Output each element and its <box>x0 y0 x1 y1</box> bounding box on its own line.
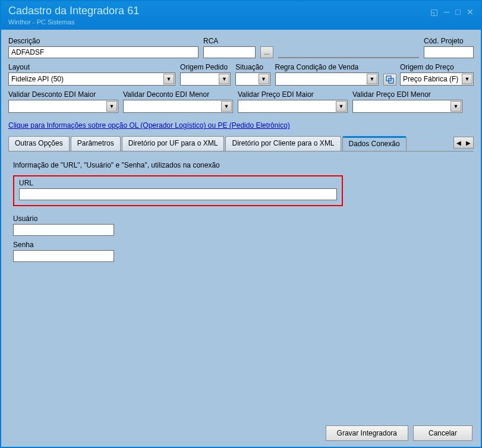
rca-input[interactable] <box>203 46 256 58</box>
layout-label: Layout <box>8 63 175 71</box>
chevron-down-icon[interactable]: ▼ <box>219 74 229 84</box>
cod-projeto-label: Cód. Projeto <box>424 37 474 45</box>
validar-desc-menor-label: Validar Deconto EDI Menor <box>123 90 233 99</box>
layout-select[interactable]: Fidelize API (50) ▼ <box>8 72 175 86</box>
regra-cond-venda-select[interactable]: ▼ <box>275 72 379 86</box>
usuario-input[interactable] <box>13 224 114 236</box>
senha-input[interactable] <box>13 250 114 262</box>
url-input[interactable] <box>19 188 337 200</box>
url-label: URL <box>19 179 337 187</box>
minimize-icon[interactable]: ─ <box>444 7 450 17</box>
gravar-button[interactable]: Gravar Integradora <box>326 425 408 441</box>
close-icon[interactable]: ✕ <box>467 7 474 17</box>
origem-preco-select[interactable]: Preço Fábrica (F) ▼ <box>400 72 474 86</box>
window-title: Cadastro da Integradora 61 <box>8 5 139 17</box>
tab-scroll: ◀ ▶ <box>453 137 474 149</box>
regra-cond-venda-label: Regra Condição de Venda <box>275 63 379 71</box>
validar-preco-maior-select[interactable]: ▼ <box>238 100 348 113</box>
origem-pedido-select[interactable]: ▼ <box>180 72 231 86</box>
validar-preco-maior-label: Validar Preço EDI Maior <box>238 90 348 99</box>
maximize-icon[interactable]: □ <box>456 7 461 17</box>
chevron-down-icon[interactable]: ▼ <box>221 101 232 112</box>
rca-browse-button[interactable]: ... <box>260 46 273 58</box>
descricao-input[interactable] <box>8 46 199 58</box>
footer: Gravar Integradora Cancelar <box>326 425 472 441</box>
info-link[interactable]: Clique para Informações sobre opção OL (… <box>8 121 290 130</box>
tab-scroll-right-icon[interactable]: ▶ <box>464 137 473 148</box>
senha-label: Senha <box>13 241 469 249</box>
validar-desc-maior-label: Validar Desconto EDI Maior <box>8 90 118 99</box>
rca-display <box>278 57 419 58</box>
tab-bar: Outras Opções Parâmetros Diretório por U… <box>8 135 474 151</box>
origem-preco-label: Origem do Preço <box>400 63 474 71</box>
descricao-label: Descrição <box>8 37 199 45</box>
tab-dados-conexao[interactable]: Dados Conexão <box>342 136 407 151</box>
cancelar-button[interactable]: Cancelar <box>413 425 472 441</box>
validar-preco-menor-label: Validar Preço EDI Menor <box>352 90 462 99</box>
app-window: Cadastro da Integradora 61 Winthor - PC … <box>0 0 482 448</box>
chevron-down-icon[interactable]: ▼ <box>462 74 472 84</box>
situacao-select[interactable]: ▼ <box>235 72 270 86</box>
validar-desc-menor-select[interactable]: ▼ <box>123 100 233 113</box>
chevron-down-icon[interactable]: ▼ <box>367 74 377 84</box>
cod-projeto-input[interactable] <box>424 46 474 58</box>
validar-desc-maior-select[interactable]: ▼ <box>8 100 118 113</box>
tab-parametros[interactable]: Parâmetros <box>71 136 121 151</box>
chevron-down-icon[interactable]: ▼ <box>259 74 269 84</box>
rca-label: RCA <box>203 37 256 45</box>
expand-icon[interactable]: ◱ <box>430 7 438 17</box>
connection-section-label: Informação de "URL", "Usuário" e "Senha"… <box>13 161 469 169</box>
chevron-down-icon[interactable]: ▼ <box>106 101 117 112</box>
usuario-label: Usuário <box>13 214 469 223</box>
chevron-down-icon[interactable]: ▼ <box>163 74 174 84</box>
copy-icon[interactable] <box>383 74 396 86</box>
chevron-down-icon[interactable]: ▼ <box>451 101 461 112</box>
situacao-label: Situação <box>235 63 270 71</box>
origem-pedido-label: Origem Pedido <box>180 63 231 71</box>
title-text: Cadastro da Integradora 61 Winthor - PC … <box>8 5 139 26</box>
window-subtitle: Winthor - PC Sistemas <box>8 18 139 26</box>
tab-diretorio-uf[interactable]: Diretório por UF para o XML <box>122 136 225 151</box>
tab-outras-opcoes[interactable]: Outras Opções <box>8 136 70 151</box>
tab-scroll-left-icon[interactable]: ◀ <box>454 137 464 148</box>
titlebar: Cadastro da Integradora 61 Winthor - PC … <box>1 1 481 30</box>
url-highlight-box: URL <box>13 175 343 206</box>
chevron-down-icon[interactable]: ▼ <box>336 101 346 112</box>
tab-diretorio-cliente[interactable]: Diretório por Cliente para o XML <box>225 136 341 151</box>
content-area: Descrição RCA ... Cód. Projeto <box>1 30 481 396</box>
window-controls: ◱ ─ □ ✕ <box>430 7 474 26</box>
tab-content: Informação de "URL", "Usuário" e "Senha"… <box>8 151 474 389</box>
validar-preco-menor-select[interactable]: ▼ <box>352 100 462 113</box>
